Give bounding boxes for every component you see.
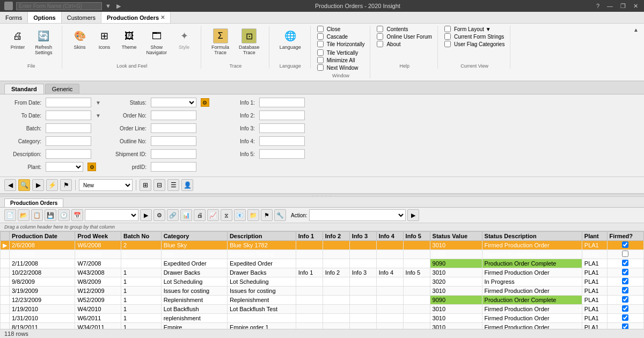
form-strings-checkbox[interactable] xyxy=(444,33,451,40)
grid-email-btn[interactable]: 📧 xyxy=(234,209,246,221)
table-row[interactable]: 8/19/2011W34/20111EmpireEmpire order 130… xyxy=(1,323,644,329)
to-date-input[interactable] xyxy=(46,111,91,120)
search-btn[interactable]: 🔍 xyxy=(18,179,30,191)
col-info4[interactable]: Info 4 xyxy=(376,232,403,241)
col-info2[interactable]: Info 2 xyxy=(323,232,349,241)
nav-arrow[interactable]: ▶ xyxy=(116,3,121,10)
grid-calendar-btn[interactable]: 📅 xyxy=(71,209,83,221)
minimize-btn[interactable]: — xyxy=(605,3,614,10)
info1-input[interactable] xyxy=(259,98,305,107)
tab-standard[interactable]: Standard xyxy=(4,84,44,94)
plant-select[interactable] xyxy=(46,162,83,172)
action-go-btn[interactable]: ▶ xyxy=(407,209,419,221)
form-name-input[interactable] xyxy=(16,2,102,10)
grid-export-btn[interactable]: 📊 xyxy=(180,209,192,221)
cell-14[interactable] xyxy=(607,296,643,305)
flag-btn[interactable]: ⚑ xyxy=(60,179,72,191)
cell-14[interactable] xyxy=(607,241,643,250)
tab-generic[interactable]: Generic xyxy=(45,84,80,94)
nav-next-btn[interactable]: ▶ xyxy=(32,179,44,191)
grid-flag-btn[interactable]: ⚑ xyxy=(261,209,273,221)
action-select[interactable] xyxy=(309,209,406,221)
col-production-date[interactable]: Production Date xyxy=(10,232,75,241)
forum-checkbox[interactable] xyxy=(377,33,383,40)
next-window-checkbox[interactable] xyxy=(317,64,324,71)
refresh-settings-button[interactable]: 🔄 RefreshSettings xyxy=(31,26,56,58)
menu-options[interactable]: Options xyxy=(28,12,62,23)
firmed-checkbox[interactable] xyxy=(622,287,628,293)
close-btn[interactable]: ✕ xyxy=(632,3,640,10)
table-row[interactable]: 2/6/2008W6/20082TestSchedule Testing3000… xyxy=(1,250,644,259)
close-checkbox[interactable] xyxy=(317,26,324,32)
tab-close-icon[interactable]: ✕ xyxy=(160,14,165,20)
shipment-input[interactable] xyxy=(151,149,196,159)
to-date-dropdown[interactable]: ▼ xyxy=(96,113,101,119)
cell-14[interactable] xyxy=(607,259,643,268)
status-select[interactable] xyxy=(151,98,196,107)
col-info5[interactable]: Info 5 xyxy=(403,232,430,241)
printer-button[interactable]: 🖨 Printer xyxy=(6,26,29,53)
grid-tools-btn[interactable]: 🔧 xyxy=(274,209,286,221)
theme-button[interactable]: 🖼 Theme xyxy=(118,26,141,53)
firmed-checkbox[interactable] xyxy=(622,296,628,303)
user-btn[interactable]: 👤 xyxy=(181,179,193,191)
description-input[interactable] xyxy=(46,149,91,159)
menu-forms[interactable]: Forms xyxy=(0,12,28,23)
table-row[interactable]: 2/11/2008W7/2008Expedited OrderExpedited… xyxy=(1,259,644,268)
info2-input[interactable] xyxy=(259,111,305,120)
from-date-input[interactable] xyxy=(46,98,91,107)
menu-production-orders[interactable]: Production Orders ✕ xyxy=(101,12,171,23)
col-firmed[interactable]: Firmed? xyxy=(607,232,643,241)
table-row[interactable]: 10/22/2008W43/20081Drawer BacksDrawer Ba… xyxy=(1,268,644,277)
firmed-checkbox[interactable] xyxy=(622,314,628,321)
from-date-dropdown[interactable]: ▼ xyxy=(96,100,101,106)
info5-input[interactable] xyxy=(259,149,305,159)
order-line-input[interactable] xyxy=(151,123,196,133)
language-button[interactable]: 🌐 Language xyxy=(276,26,305,53)
cell-14[interactable] xyxy=(607,286,643,296)
firmed-checkbox[interactable] xyxy=(622,305,628,312)
cascade-checkbox[interactable] xyxy=(317,33,324,40)
grid-tab-production-orders[interactable]: Production Orders xyxy=(4,199,63,207)
status-icon-btn[interactable]: ⚙ xyxy=(201,98,209,107)
help-btn[interactable]: ? xyxy=(595,3,601,10)
cell-14[interactable] xyxy=(607,314,643,323)
outline-no-input[interactable] xyxy=(151,136,196,146)
grid-copy-btn[interactable]: 📋 xyxy=(31,209,43,221)
icons-button[interactable]: ⊞ Icons xyxy=(93,26,116,53)
grid-folder-btn[interactable]: 📁 xyxy=(247,209,259,221)
col-status-value[interactable]: Status Value xyxy=(430,232,482,241)
skins-button[interactable]: 🎨 Skins xyxy=(69,26,91,53)
dropdown-arrow[interactable]: ▼ xyxy=(105,3,111,9)
grid-btn-2[interactable]: ⊟ xyxy=(153,179,165,191)
form-layout-checkbox[interactable] xyxy=(444,26,451,32)
minimize-all-checkbox[interactable] xyxy=(317,57,324,63)
nav-prev-btn[interactable]: ◀ xyxy=(4,179,16,191)
grid-settings-btn[interactable]: ⚙ xyxy=(153,209,165,221)
col-info3[interactable]: Info 3 xyxy=(349,232,376,241)
table-row[interactable]: ▶2/6/2008W6/20082Blue SkyBlue Sky 178230… xyxy=(1,241,644,250)
table-row[interactable]: 1/31/2010W6/20111replenishment3010Firmed… xyxy=(1,314,644,323)
firmed-checkbox[interactable] xyxy=(622,324,628,329)
show-navigator-button[interactable]: 🗔 ShowNavigator xyxy=(143,26,171,58)
grid-chart-btn[interactable]: 📈 xyxy=(207,209,219,221)
formula-trace-button[interactable]: Σ FormulaTrace xyxy=(208,26,233,58)
info4-input[interactable] xyxy=(259,136,305,146)
grid-open-btn[interactable]: 📂 xyxy=(18,209,30,221)
grid-btn-1[interactable]: ⊞ xyxy=(140,179,151,191)
table-row[interactable]: 3/19/2009W12/20091Issues for costingIssu… xyxy=(1,286,644,296)
col-prod-week[interactable]: Prod Week xyxy=(75,232,121,241)
cell-14[interactable] xyxy=(607,268,643,277)
table-row[interactable]: 12/23/2009W52/20091ReplenishmentReplenis… xyxy=(1,296,644,305)
category-input[interactable] xyxy=(46,136,91,146)
user-flag-checkbox[interactable] xyxy=(444,41,451,47)
firmed-checkbox[interactable] xyxy=(622,251,628,257)
menu-customers[interactable]: Customers xyxy=(62,12,101,23)
grid-clock-btn[interactable]: 🕐 xyxy=(58,209,70,221)
table-row[interactable]: 1/19/2010W4/20101Lot BackflushLot Backfl… xyxy=(1,305,644,314)
grid-link-btn[interactable]: 🔗 xyxy=(167,209,179,221)
mode-select[interactable]: New xyxy=(79,179,133,191)
ribbon-collapse-btn[interactable]: ▲ xyxy=(632,26,640,34)
col-category[interactable]: Category xyxy=(161,232,227,241)
firmed-checkbox[interactable] xyxy=(622,260,628,266)
